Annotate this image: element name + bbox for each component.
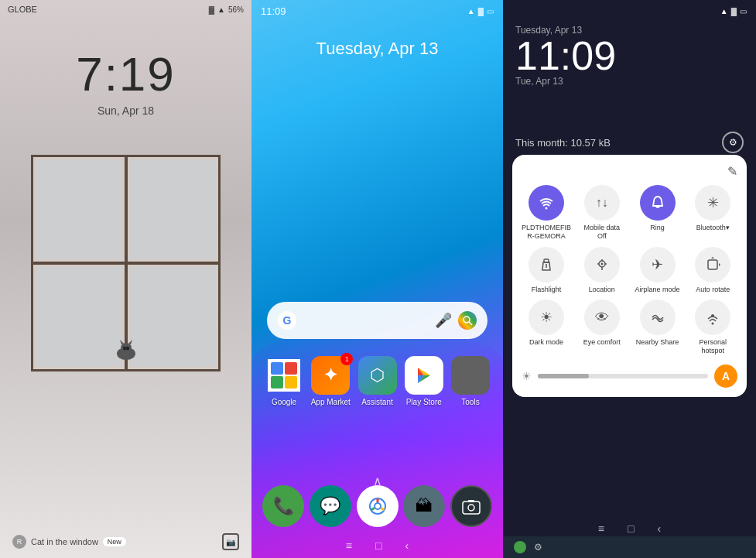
cat-silhouette	[111, 338, 142, 361]
flashlight-tile-icon	[539, 258, 553, 272]
dock-chrome[interactable]	[357, 485, 399, 527]
qs-tile-wifi[interactable]: PLDTHOMEFIBR-GEMORA	[522, 185, 571, 241]
quick-settings-panel: ✎ PLDTHOMEFIBR-GEMORA ↑↓	[512, 155, 747, 397]
google-icon-img	[265, 356, 303, 395]
ring-tile-btn	[640, 185, 676, 221]
google-grid	[268, 359, 300, 392]
nav-bar-qs: ≡ □ ‹	[503, 522, 756, 535]
dock-camera[interactable]	[450, 485, 492, 527]
svg-point-22	[546, 207, 548, 210]
wifi-icon: ▲	[217, 5, 225, 14]
qs-tile-darkmode[interactable]: ☀ Dark mode	[522, 300, 571, 355]
app-icon-google[interactable]: Google	[262, 356, 306, 406]
playstore-label: Play Store	[406, 398, 442, 406]
bottom-green-indicator	[514, 541, 526, 553]
hotspot-tile-btn	[695, 300, 730, 335]
qs-tile-airplane[interactable]: ✈ Airplane mode	[633, 247, 682, 294]
qs-battery-icon: ▭	[740, 7, 747, 15]
svg-rect-19	[463, 502, 480, 514]
svg-point-32	[712, 323, 714, 325]
brightness-track[interactable]	[538, 374, 708, 378]
chrome-icon	[366, 495, 389, 518]
messages-icon: 💬	[320, 496, 340, 516]
svg-point-15	[375, 504, 380, 508]
app-icon-assistant[interactable]: ⬡ Assistant	[356, 356, 399, 406]
qs-tile-autorotate[interactable]: Auto rotate	[688, 247, 737, 294]
qs-tile-flashlight[interactable]: Flashlight	[522, 247, 571, 294]
window-pane-top-right	[129, 160, 215, 259]
svg-point-5	[126, 347, 129, 351]
battery-icon: 56%	[228, 5, 244, 14]
app-icon-playstore[interactable]: Play Store	[402, 356, 446, 406]
hotspot-tile-label: Personal hotspot	[688, 338, 737, 355]
nav-menu[interactable]: ≡	[346, 539, 352, 552]
qs-nav-back[interactable]: ‹	[657, 522, 661, 535]
qs-tile-ring[interactable]: Ring	[633, 185, 682, 241]
grid-red	[285, 362, 297, 375]
nav-home[interactable]: □	[375, 539, 381, 552]
nav-back[interactable]: ‹	[405, 539, 409, 552]
screen3-bottom-bar: ⚙	[503, 536, 756, 558]
qs-nav-menu[interactable]: ≡	[598, 522, 604, 535]
data-usage-text: This month: 10.57 kB	[515, 137, 611, 149]
appmarket-label: App Market	[311, 398, 351, 406]
brightness-control[interactable]: ☀ A	[522, 365, 737, 388]
eyecomfort-tile-label: Eye comfort	[583, 338, 621, 347]
autorotate-tile-icon	[705, 257, 720, 272]
lock-screen: GLOBE ▓ ▲ 56% 7:19 Sun, Apr 18	[0, 0, 251, 558]
bottom-gear-icon[interactable]: ⚙	[534, 542, 542, 553]
flashlight-tile-label: Flashlight	[532, 286, 562, 294]
home-status-icons: ▲ ▓ ▭	[467, 7, 494, 15]
qs-signal-icon: ▓	[731, 7, 737, 15]
window-pane-bottom-right	[129, 267, 215, 366]
ring-tile-icon	[650, 195, 665, 211]
bluetooth-tile-icon: ✳	[707, 194, 719, 211]
dock-gallery[interactable]: 🏔	[403, 485, 445, 527]
nearbyshare-tile-icon	[651, 310, 665, 324]
app-icons-row: Google ✦ 1 App Market ⬡ Assistant	[262, 356, 492, 406]
new-badge: New	[103, 537, 126, 546]
nearbyshare-tile-label: Nearby Share	[636, 338, 679, 347]
mobiledata-tile-label: Mobile dataOff	[584, 224, 621, 241]
svg-line-7	[469, 322, 472, 325]
settings-gear-icon[interactable]: ⚙	[722, 132, 744, 153]
mic-icon[interactable]: 🎤	[435, 312, 452, 329]
gallery-icon: 🏔	[416, 496, 433, 516]
dock-messages[interactable]: 💬	[310, 485, 351, 527]
dock-phone[interactable]: 📞	[262, 485, 304, 527]
status-bar-lock: GLOBE ▓ ▲ 56%	[0, 0, 251, 19]
google-logo: G	[278, 311, 296, 330]
google-label: Google	[272, 398, 296, 406]
qs-tile-location[interactable]: Location	[577, 247, 627, 294]
appmarket-icon-img: ✦ 1	[311, 356, 350, 395]
quick-settings-screen: ▲ ▓ ▭ Tuesday, Apr 13 11:09 Tue, Apr 13 …	[503, 0, 756, 558]
phone-icon: 📞	[273, 496, 294, 516]
brightness-icon: ☀	[522, 370, 532, 382]
user-avatar[interactable]: A	[714, 365, 737, 388]
qs-status-icons: ▲ ▓ ▭	[720, 7, 747, 15]
lock-date: Sun, Apr 18	[0, 104, 251, 117]
airplane-tile-btn: ✈	[640, 247, 676, 282]
darkmode-tile-btn: ☀	[529, 300, 564, 335]
autorotate-tile-label: Auto rotate	[696, 286, 730, 294]
lens-icon[interactable]	[458, 311, 477, 330]
camera-icon	[461, 496, 481, 516]
qs-tile-nearbyshare[interactable]: Nearby Share	[633, 300, 682, 355]
autorotate-tile-btn	[695, 247, 730, 282]
qs-nav-home[interactable]: □	[628, 522, 634, 535]
location-tile-btn	[584, 247, 620, 282]
qs-tile-mobiledata[interactable]: ↑↓ Mobile dataOff	[577, 185, 627, 241]
app-icon-appmarket[interactable]: ✦ 1 App Market	[309, 356, 352, 406]
svg-line-18	[371, 508, 374, 511]
app-icon-tools[interactable]: Tools	[449, 356, 492, 406]
qs-tile-bluetooth[interactable]: ✳ Bluetooth▾	[688, 185, 737, 241]
wallpaper-window-frame	[31, 155, 221, 371]
qs-tiles-grid: PLDTHOMEFIBR-GEMORA ↑↓ Mobile dataOff Ri…	[522, 185, 737, 355]
qs-tile-hotspot[interactable]: Personal hotspot	[688, 300, 737, 355]
svg-point-6	[464, 317, 470, 323]
search-bar[interactable]: G 🎤	[267, 302, 487, 339]
qs-tile-eyecomfort[interactable]: 👁 Eye comfort	[577, 300, 627, 355]
brightness-fill	[538, 374, 589, 378]
camera-shortcut-icon[interactable]: 📷	[222, 533, 239, 550]
qs-edit-icon[interactable]: ✎	[727, 164, 737, 179]
